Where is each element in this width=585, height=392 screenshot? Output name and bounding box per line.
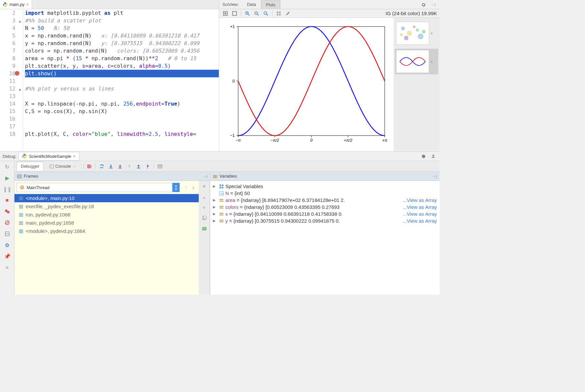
tab-debugger[interactable]: Debugger	[16, 162, 44, 171]
actual-size-icon[interactable]	[231, 10, 238, 17]
tab-data[interactable]: Data	[242, 0, 261, 9]
svg-rect-69	[19, 213, 23, 214]
code-editor[interactable]: 23▶456789101112▶131415161718 import matp…	[0, 9, 219, 151]
rerun-icon[interactable]: ↻	[4, 163, 11, 170]
svg-text:+1: +1	[230, 24, 235, 29]
svg-rect-97	[219, 221, 223, 222]
step-into-mycode-icon[interactable]	[116, 162, 124, 170]
force-step-into-icon[interactable]	[125, 162, 133, 170]
variables-title: Variables	[219, 174, 237, 179]
svg-rect-92	[219, 206, 223, 207]
scroll-up-icon[interactable]: ▲	[201, 193, 208, 201]
stop-icon[interactable]: ■	[4, 197, 11, 204]
more-icon[interactable]: »	[4, 264, 11, 271]
svg-rect-73	[19, 223, 23, 224]
debug-config-tab[interactable]: ScientificModeSample ×	[18, 152, 79, 160]
svg-rect-96	[219, 220, 223, 221]
variable-row[interactable]: 01N = {int} 50	[212, 190, 438, 197]
frames-icon	[17, 174, 22, 179]
plot-thumb-2[interactable]: ×	[395, 49, 438, 74]
variable-row[interactable]: ▶colors = {ndarray} [0.60523009 0.435633…	[212, 204, 438, 210]
svg-point-45	[7, 211, 10, 213]
scroll-down-icon[interactable]: ▼	[201, 204, 208, 211]
svg-rect-59	[17, 175, 21, 176]
step-out-icon[interactable]	[135, 162, 142, 170]
gear-icon[interactable]	[420, 153, 427, 160]
stack-frame[interactable]: execfile, _pydev_execfile.py:18	[14, 202, 199, 210]
close-icon[interactable]: ×	[430, 31, 433, 36]
color-picker-icon[interactable]	[284, 10, 292, 17]
close-icon[interactable]: ×	[430, 59, 433, 64]
fit-window-icon[interactable]	[222, 10, 229, 17]
view-as-array-link[interactable]: ...View as Array	[403, 211, 437, 217]
hide-icon[interactable]	[203, 174, 207, 179]
thread-dropdown-icon[interactable]: ▲▼	[172, 183, 180, 192]
resume-icon[interactable]: ▶	[4, 174, 11, 182]
special-variables[interactable]: ▶Special Variables	[212, 183, 438, 190]
svg-text:1:1: 1:1	[265, 12, 267, 14]
step-over-icon[interactable]	[98, 162, 106, 170]
variable-row[interactable]: ▶y = {ndarray} [0.3075515 0.94300222 0.0…	[212, 217, 438, 224]
python-icon	[22, 154, 27, 159]
view-as-array-link[interactable]: ...View as Array	[403, 197, 437, 203]
svg-line-4	[248, 14, 249, 15]
step-into-icon[interactable]	[107, 162, 115, 170]
mute-breakpoints-icon[interactable]	[4, 219, 11, 226]
close-icon[interactable]: ×	[26, 2, 29, 7]
close-icon[interactable]: ×	[73, 154, 76, 159]
pause-icon[interactable]: ❚❚	[4, 185, 11, 193]
plot-view[interactable]: −π−π/20+π/2+π−10+1	[219, 18, 394, 151]
editor-tab-strip: main.py ×	[0, 0, 219, 9]
svg-rect-94	[219, 213, 223, 214]
download-icon[interactable]	[430, 153, 437, 160]
svg-rect-80	[202, 227, 206, 230]
view-as-array-link[interactable]: ...View as Array	[403, 204, 437, 210]
variables-icon	[213, 174, 217, 179]
stack-frame[interactable]: run, pydevd.py:1068	[14, 210, 199, 219]
stack-frame[interactable]: <module>, main.py:10	[14, 194, 199, 202]
tab-plots[interactable]: Plots	[261, 0, 280, 9]
svg-point-40	[413, 26, 416, 28]
watch-icon[interactable]	[201, 225, 208, 232]
grid-icon[interactable]	[275, 10, 282, 17]
show-execution-point-icon[interactable]	[86, 162, 93, 170]
thread-selector[interactable]: MainThread ▲▼ ↑ ↓	[16, 183, 197, 192]
svg-rect-91	[219, 201, 223, 202]
hide-icon[interactable]	[432, 174, 437, 179]
prev-frame-icon[interactable]: ↑	[182, 184, 190, 191]
svg-point-38	[404, 36, 409, 40]
gear-icon[interactable]	[420, 1, 427, 8]
zoom-in-icon[interactable]	[244, 10, 251, 17]
svg-rect-83	[216, 175, 217, 178]
svg-rect-81	[213, 175, 215, 178]
svg-text:−π/2: −π/2	[270, 138, 279, 143]
zoom-out-icon[interactable]	[253, 10, 260, 17]
sciview-toolbar: 1:1 IG (24-bit color) 19.99K	[219, 9, 440, 18]
zoom-reset-icon[interactable]: 1:1	[262, 10, 269, 17]
plot-thumb-1[interactable]: ×	[395, 20, 438, 46]
svg-rect-74	[19, 224, 23, 225]
copy-icon[interactable]	[201, 214, 208, 222]
plot-thumbnails: × ×	[394, 18, 440, 151]
variable-row[interactable]: ▶area = {ndarray} [6.69417907e+02 6.3718…	[212, 197, 438, 204]
run-to-cursor-icon[interactable]: I	[144, 162, 152, 170]
evaluate-expression-icon[interactable]	[156, 162, 164, 170]
pin-icon[interactable]: 📌	[4, 253, 11, 260]
variable-row[interactable]: ▶x = {ndarray} [0.84110099 0.66391218 0.…	[212, 210, 438, 217]
hide-icon[interactable]	[430, 1, 437, 8]
add-watch-icon[interactable]: +	[201, 183, 208, 190]
settings-icon[interactable]: ✿	[4, 241, 11, 249]
file-tab-main[interactable]: main.py ×	[0, 0, 32, 9]
next-frame-icon[interactable]: ↓	[190, 184, 197, 191]
view-as-array-link[interactable]: ...View as Array	[403, 218, 437, 224]
stack-frame[interactable]: <module>, pydevd.py:1664	[14, 227, 199, 235]
debug-sidebar: ↻ ▶ ❚❚ ■ ✿ 📌 »	[0, 161, 14, 295]
svg-text:0: 0	[233, 79, 235, 84]
svg-text:+π/2: +π/2	[344, 138, 352, 143]
svg-rect-75	[19, 230, 23, 231]
stack-frame[interactable]: main, pydevd.py:1658	[14, 219, 199, 227]
tab-console[interactable]: Console →·	[45, 162, 81, 171]
view-breakpoints-icon[interactable]	[4, 208, 11, 215]
svg-rect-70	[19, 214, 23, 215]
layout-icon[interactable]	[4, 230, 11, 237]
